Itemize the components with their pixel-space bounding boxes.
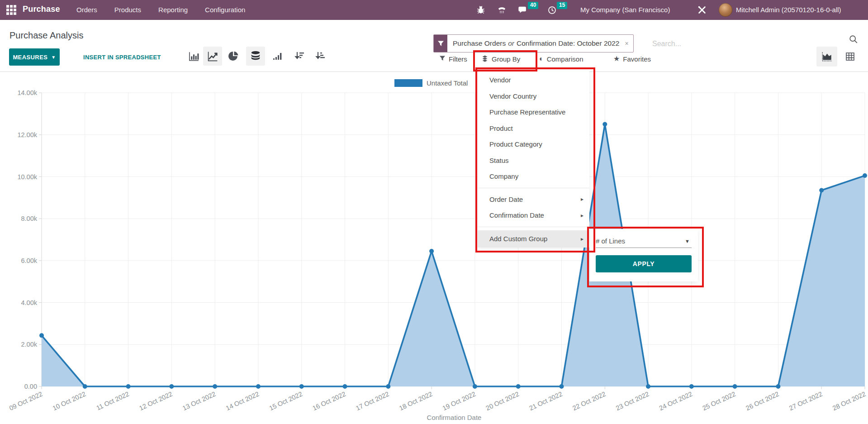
topmenu-orders[interactable]: Orders [68,0,106,20]
legend-label: Untaxed Total [427,79,468,87]
user-avatar[interactable] [719,3,732,17]
custom-group-field-select[interactable]: # of Lines ▼ [596,234,692,248]
apply-button[interactable]: APPLY [596,255,692,272]
comparison-button[interactable]: ◐ Comparison [539,53,583,65]
svg-text:6.00k: 6.00k [21,257,38,264]
svg-text:25 Oct 2022: 25 Oct 2022 [702,390,737,412]
group-by-button[interactable]: Group By [481,53,520,65]
graph-view-switcher-icon[interactable] [816,47,837,67]
svg-text:4.00k: 4.00k [21,299,38,306]
search-facet[interactable]: Purchase Orders or Confirmation Date: Oc… [433,34,634,52]
menu-item-order-date[interactable]: Order Date▸ [478,191,589,208]
page-title: Purchase Analysis [9,30,83,41]
topmenu-reporting[interactable]: Reporting [150,0,196,20]
layers-icon [481,55,489,63]
menu-item-vendor-country[interactable]: Vendor Country [478,88,589,105]
company-switcher[interactable]: My Company (San Francisco) [580,0,670,20]
app-name[interactable]: Purchase [23,5,60,14]
menu-item-product[interactable]: Product [478,120,589,137]
svg-text:15 Oct 2022: 15 Oct 2022 [268,390,304,412]
menu-item-purchase-representative[interactable]: Purchase Representative [478,104,589,120]
svg-text:24 Oct 2022: 24 Oct 2022 [658,390,693,412]
svg-text:28 Oct 2022: 28 Oct 2022 [831,390,867,412]
debug-bug-icon[interactable] [475,5,486,15]
pie-chart-view-icon[interactable] [224,47,243,66]
svg-text:14 Oct 2022: 14 Oct 2022 [225,390,260,412]
favorites-button[interactable]: ★ Favorites [613,53,651,65]
sort-descending-icon[interactable] [290,47,309,66]
svg-text:16 Oct 2022: 16 Oct 2022 [311,390,346,412]
half-circle-icon: ◐ [539,55,544,62]
svg-text:11 Oct 2022: 11 Oct 2022 [95,390,130,411]
messages-count-badge[interactable]: 40 [528,2,538,9]
svg-text:12 Oct 2022: 12 Oct 2022 [138,390,173,412]
control-panel-divider [0,71,868,72]
cumulative-bars-icon[interactable] [268,47,287,66]
group-by-dropdown-menu: VendorVendor CountryPurchase Representat… [478,70,589,247]
user-menu[interactable]: Mitchell Admin (20570120-16-0-all) [736,0,841,20]
chevron-right-icon: ▸ [581,196,583,202]
svg-text:09 Oct 2022: 09 Oct 2022 [8,390,43,412]
bar-chart-view-icon[interactable] [184,47,203,66]
menu-divider [478,188,589,188]
measures-button[interactable]: MEASURES▼ [9,48,60,66]
sort-ascending-icon[interactable] [311,47,330,66]
activities-clock-icon[interactable] [546,5,557,15]
svg-text:0.00: 0.00 [24,383,37,390]
svg-text:17 Oct 2022: 17 Oct 2022 [355,390,390,412]
chart-legend[interactable]: Untaxed Total [394,79,468,87]
chevron-right-icon: ▸ [581,212,583,219]
stacked-toggle-icon[interactable] [246,47,265,66]
filters-button[interactable]: Filters [439,53,467,65]
menu-item-vendor[interactable]: Vendor [478,72,589,88]
tools-icon[interactable] [697,5,707,15]
facet-remove-icon[interactable]: × [623,35,633,52]
custom-group-panel: # of Lines ▼ APPLY [589,229,698,281]
pivot-view-switcher-icon[interactable] [840,47,860,67]
messages-icon[interactable] [517,5,528,15]
menu-item-status[interactable]: Status [478,152,589,169]
facet-or: or [506,39,517,48]
svg-text:27 Oct 2022: 27 Oct 2022 [788,390,823,412]
svg-text:Confirmation Date: Confirmation Date [427,414,482,421]
svg-text:18 Oct 2022: 18 Oct 2022 [398,390,433,412]
filter-funnel-icon [439,55,446,62]
svg-text:10 Oct 2022: 10 Oct 2022 [52,390,87,412]
svg-text:13 Oct 2022: 13 Oct 2022 [181,390,217,412]
svg-text:23 Oct 2022: 23 Oct 2022 [615,390,650,412]
chevron-right-icon: ▸ [581,236,583,242]
menu-item-add-custom-group[interactable]: Add Custom Group ▸ [478,230,589,248]
star-icon: ★ [613,55,620,62]
menu-item-company[interactable]: Company [478,168,589,185]
svg-text:10.00k: 10.00k [17,173,37,181]
line-chart-view-icon[interactable] [203,47,222,66]
caret-down-icon: ▼ [685,238,690,244]
topmenu-products[interactable]: Products [106,0,150,20]
activities-count-badge[interactable]: 15 [557,2,567,9]
facet-filter-icon [434,35,447,52]
svg-text:20 Oct 2022: 20 Oct 2022 [485,390,520,412]
menu-item-confirmation-date[interactable]: Confirmation Date▸ [478,207,589,224]
search-input[interactable] [651,37,802,51]
insert-in-spreadsheet-button[interactable]: INSERT IN SPREADSHEET [81,48,164,66]
facet-prefix: Purchase Orders [453,39,506,48]
area-chart[interactable]: 0.002.00k4.00k6.00k8.00k10.00k12.00k14.0… [0,72,868,424]
caret-down-icon: ▼ [51,55,56,60]
search-icon[interactable] [849,34,859,46]
svg-text:21 Oct 2022: 21 Oct 2022 [528,390,563,412]
topmenu-configuration[interactable]: Configuration [196,0,254,20]
top-menu: OrdersProductsReportingConfiguration [68,0,254,20]
svg-text:12.00k: 12.00k [17,131,37,138]
facet-label: Purchase Orders or Confirmation Date: Oc… [447,35,623,52]
svg-text:8.00k: 8.00k [21,215,38,222]
svg-text:22 Oct 2022: 22 Oct 2022 [571,390,607,412]
svg-text:2.00k: 2.00k [21,341,38,348]
menu-item-product-category[interactable]: Product Category [478,136,589,152]
svg-text:14.00k: 14.00k [17,89,37,96]
top-navbar: Purchase OrdersProductsReportingConfigur… [0,0,868,20]
apps-grid-icon[interactable] [6,5,16,15]
voip-phone-icon[interactable] [496,5,507,15]
svg-text:26 Oct 2022: 26 Oct 2022 [745,390,780,412]
svg-text:19 Oct 2022: 19 Oct 2022 [441,390,477,412]
facet-suffix: Confirmation Date: October 2022 [517,39,619,48]
